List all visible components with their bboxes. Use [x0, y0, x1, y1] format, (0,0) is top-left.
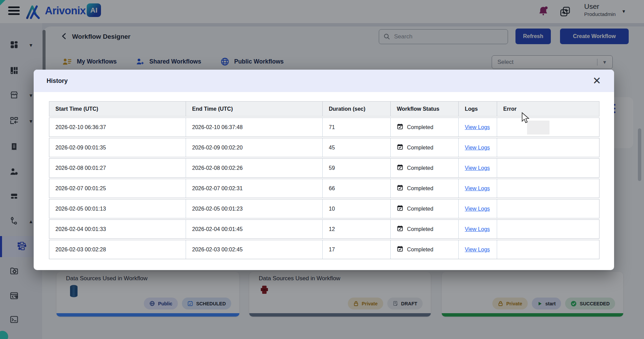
calendar-check-icon	[397, 164, 403, 172]
view-logs-link[interactable]: View Logs	[465, 124, 490, 130]
start-time-cell: 2026-02-10 06:36:37	[49, 118, 186, 137]
start-time-cell: 2026-02-03 00:02:28	[49, 240, 186, 259]
view-logs-link[interactable]: View Logs	[465, 145, 490, 151]
column-header: Duration (sec)	[323, 102, 391, 116]
logs-cell: View Logs	[459, 159, 497, 177]
workflow-status-cell: Completed	[391, 199, 459, 218]
column-header: Workflow Status	[391, 102, 459, 116]
duration-cell: 12	[323, 220, 391, 238]
start-time-cell: 2026-02-09 00:01:35	[49, 138, 186, 157]
column-header: Error	[497, 102, 599, 116]
logs-cell: View Logs	[459, 118, 497, 137]
workflow-status-cell: Completed	[391, 159, 459, 177]
end-time-cell: 2026-02-04 00:01:45	[186, 220, 323, 238]
end-time-cell: 2026-02-07 00:02:31	[186, 179, 323, 198]
start-time-cell: 2026-02-07 00:01:25	[49, 179, 186, 198]
end-time-cell: 2026-02-10 06:37:48	[186, 118, 323, 137]
workflow-status-cell: Completed	[391, 138, 459, 157]
column-header: Logs	[459, 102, 497, 116]
error-cell	[497, 240, 599, 259]
end-time-cell: 2026-02-05 00:01:23	[186, 199, 323, 218]
table-header-row: Start Time (UTC) End Time (UTC) Duration…	[49, 101, 599, 117]
logs-cell: View Logs	[459, 220, 497, 238]
duration-cell: 10	[323, 199, 391, 218]
start-time-cell: 2026-02-05 00:01:13	[49, 199, 186, 218]
end-time-cell: 2026-02-08 00:02:26	[186, 159, 323, 177]
column-header: End Time (UTC)	[186, 102, 323, 116]
logs-cell: View Logs	[459, 199, 497, 218]
view-logs-link[interactable]: View Logs	[465, 206, 490, 212]
duration-cell: 59	[323, 159, 391, 177]
error-cell	[497, 138, 599, 157]
logs-cell: View Logs	[459, 240, 497, 259]
start-time-cell: 2026-02-08 00:01:27	[49, 159, 186, 177]
workflow-status-cell: Completed	[391, 240, 459, 259]
calendar-check-icon	[397, 246, 403, 253]
duration-cell: 17	[323, 240, 391, 259]
error-cell	[497, 118, 599, 137]
modal-header: History ✕	[34, 70, 614, 92]
workflow-status-cell: Completed	[391, 118, 459, 137]
hover-highlight	[527, 121, 549, 135]
history-row: 2026-02-05 00:01:132026-02-05 00:01:2310…	[49, 199, 599, 218]
history-table: Start Time (UTC) End Time (UTC) Duration…	[49, 101, 599, 259]
history-row: 2026-02-03 00:02:282026-02-03 00:02:4517…	[49, 240, 599, 259]
error-cell	[497, 179, 599, 198]
end-time-cell: 2026-02-09 00:02:20	[186, 138, 323, 157]
history-modal: History ✕ Start Time (UTC) End Time (UTC…	[34, 70, 614, 270]
calendar-check-icon	[397, 144, 403, 151]
calendar-check-icon	[397, 225, 403, 233]
history-row: 2026-02-04 00:01:332026-02-04 00:01:4512…	[49, 219, 599, 239]
column-header: Start Time (UTC)	[49, 102, 186, 116]
view-logs-link[interactable]: View Logs	[465, 226, 490, 232]
duration-cell: 45	[323, 138, 391, 157]
duration-cell: 71	[323, 118, 391, 137]
start-time-cell: 2026-02-04 00:01:33	[49, 220, 186, 238]
calendar-check-icon	[397, 184, 403, 192]
view-logs-link[interactable]: View Logs	[465, 247, 490, 253]
workflow-status-cell: Completed	[391, 220, 459, 238]
close-icon[interactable]: ✕	[593, 76, 601, 86]
view-logs-link[interactable]: View Logs	[465, 185, 490, 192]
end-time-cell: 2026-02-03 00:02:45	[186, 240, 323, 259]
app-root: Arivonix AI .sw{stroke:#22262e;stroke-wi…	[0, 0, 644, 339]
logs-cell: View Logs	[459, 138, 497, 157]
workflow-status-cell: Completed	[391, 179, 459, 198]
history-row: 2026-02-08 00:01:272026-02-08 00:02:2659…	[49, 158, 599, 178]
duration-cell: 66	[323, 179, 391, 198]
calendar-check-icon	[397, 123, 403, 131]
history-row: 2026-02-09 00:01:352026-02-09 00:02:2045…	[49, 138, 599, 157]
calendar-check-icon	[397, 205, 403, 213]
modal-title: History	[47, 77, 593, 85]
history-row: 2026-02-07 00:01:252026-02-07 00:02:3166…	[49, 179, 599, 198]
error-cell	[497, 220, 599, 238]
error-cell	[497, 159, 599, 177]
mouse-cursor	[521, 112, 530, 125]
view-logs-link[interactable]: View Logs	[465, 165, 490, 171]
history-row: 2026-02-10 06:36:372026-02-10 06:37:4871…	[49, 118, 599, 137]
error-cell	[497, 199, 599, 218]
table-body: 2026-02-10 06:36:372026-02-10 06:37:4871…	[49, 118, 599, 259]
logs-cell: View Logs	[459, 179, 497, 198]
